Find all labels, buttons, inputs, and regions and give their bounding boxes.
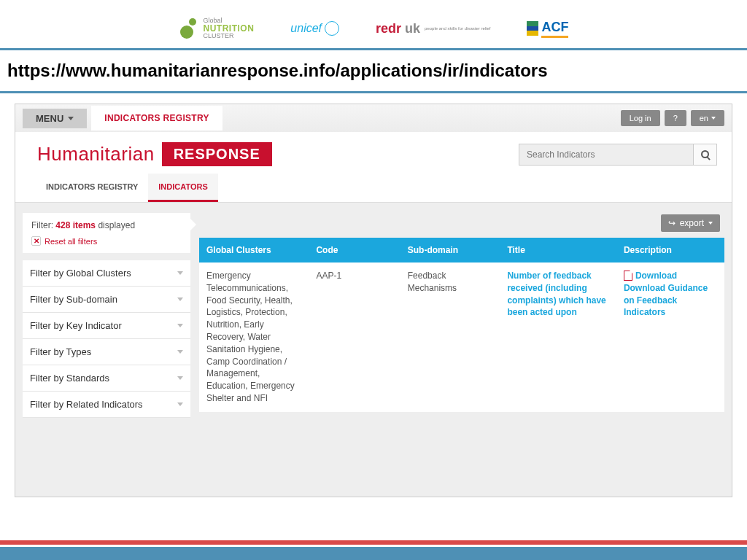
- redr-logo: redr uk people and skills for disaster r…: [376, 22, 490, 35]
- chevron-down-icon: [177, 324, 183, 327]
- filter-standards[interactable]: Filter by Standards: [23, 365, 190, 392]
- col-title[interactable]: Title: [500, 238, 616, 262]
- gnc-logo: Global NUTRITION CLUSTER: [179, 18, 255, 39]
- brand-right: RESPONSE: [162, 142, 272, 166]
- cell-clusters: Emergency Telecommunications, Food Secur…: [199, 262, 309, 412]
- footer-stripes: [0, 540, 747, 560]
- chevron-down-icon: [177, 271, 183, 275]
- reset-label: Reset all filters: [44, 237, 97, 246]
- subtab-indicators[interactable]: INDICATORS: [148, 174, 217, 202]
- gnc-icon: [179, 18, 199, 39]
- table-area: ↪ export Global Clusters Code Sub-domain…: [199, 213, 724, 418]
- filter-types[interactable]: Filter by Types: [23, 339, 190, 365]
- help-button[interactable]: ?: [665, 110, 686, 126]
- filter-label: Filter by Types: [30, 346, 91, 357]
- globe-icon: [325, 21, 339, 36]
- filter-global-clusters[interactable]: Filter by Global Clusters: [23, 260, 190, 287]
- share-icon: ↪: [668, 218, 676, 228]
- content: Filter: 428 items displayed ✕ Reset all …: [15, 203, 732, 418]
- brand-left: Humanitarian: [37, 143, 155, 166]
- language-button[interactable]: en: [691, 110, 724, 126]
- filter-label: Filter by Related Indicators: [30, 399, 143, 410]
- chevron-down-icon: [177, 402, 183, 406]
- filter-label: Filter by Sub-domain: [30, 294, 117, 305]
- filter-label: Filter by Global Clusters: [30, 268, 131, 279]
- unicef-text: unicef: [290, 22, 322, 35]
- export-label: export: [680, 218, 704, 228]
- filter-sub-domain[interactable]: Filter by Sub-domain: [23, 287, 190, 313]
- lang-label: en: [700, 114, 708, 122]
- subtab-registry[interactable]: INDICATORS REGISTRY: [36, 174, 148, 202]
- chevron-down-icon: [177, 298, 183, 301]
- guidance-link[interactable]: Download Guidance on Feedback Indicators: [624, 282, 717, 319]
- filter-summary: Filter: 428 items displayed ✕ Reset all …: [23, 213, 190, 253]
- acf-flag-icon: [527, 21, 538, 36]
- filter-count-line: Filter: 428 items displayed: [31, 220, 182, 230]
- search: [519, 144, 717, 166]
- filter-key-indicator[interactable]: Filter by Key Indicator: [23, 313, 190, 339]
- filter-label: Filter by Key Indicator: [30, 320, 122, 331]
- filter-panel: Filter: 428 items displayed ✕ Reset all …: [23, 213, 190, 418]
- chevron-down-icon: [177, 376, 183, 380]
- caret-down-icon: [708, 222, 713, 225]
- partner-logos: Global NUTRITION CLUSTER unicef redr uk …: [0, 0, 747, 48]
- results-table: Global Clusters Code Sub-domain Title De…: [199, 238, 724, 413]
- search-button[interactable]: [694, 144, 717, 166]
- close-icon: ✕: [31, 236, 41, 246]
- cell-code: AAP-1: [309, 262, 400, 412]
- filter-label: Filter by Standards: [30, 373, 109, 384]
- caret-down-icon: [711, 117, 716, 120]
- gnc-line3: CLUSTER: [204, 33, 255, 39]
- cell-title-link[interactable]: Number of feedback received (including c…: [500, 262, 616, 412]
- help-label: ?: [673, 114, 678, 122]
- col-description[interactable]: Description: [616, 238, 724, 262]
- export-button[interactable]: ↪ export: [661, 214, 720, 232]
- col-code[interactable]: Code: [309, 238, 400, 262]
- table-row: Emergency Telecommunications, Food Secur…: [199, 262, 724, 412]
- filter-count: 428 items: [55, 220, 96, 230]
- app-frame: MENU INDICATORS REGISTRY Log in ? en Hum…: [15, 104, 732, 497]
- cell-subdomain: Feedback Mechanisms: [400, 262, 500, 412]
- col-global-clusters[interactable]: Global Clusters: [199, 238, 309, 262]
- url-bar: https://www.humanitarianresponse.info/ap…: [0, 48, 747, 93]
- menu-label: MENU: [36, 113, 63, 124]
- search-icon: [701, 150, 709, 158]
- tab-indicators-registry[interactable]: INDICATORS REGISTRY: [91, 106, 222, 131]
- caret-down-icon: [68, 117, 74, 120]
- acf-logo: ACF: [527, 20, 568, 38]
- search-input[interactable]: [519, 144, 694, 166]
- chevron-down-icon: [177, 350, 183, 354]
- redr-red: redr: [376, 21, 401, 36]
- brand: Humanitarian RESPONSE: [37, 142, 272, 166]
- redr-uk: uk: [401, 21, 420, 36]
- col-sub-domain[interactable]: Sub-domain: [400, 238, 500, 262]
- cell-description: Download Download Guidance on Feedback I…: [616, 262, 724, 412]
- pdf-icon: [624, 271, 632, 281]
- filter-related-indicators[interactable]: Filter by Related Indicators: [23, 392, 190, 418]
- brand-row: Humanitarian RESPONSE: [15, 132, 732, 174]
- url-text: https://www.humanitarianresponse.info/ap…: [7, 61, 740, 81]
- filter-suffix: displayed: [96, 220, 135, 230]
- unicef-logo: unicef: [290, 21, 339, 36]
- reset-filters[interactable]: ✕ Reset all filters: [31, 236, 182, 246]
- menu-button[interactable]: MENU: [23, 109, 87, 128]
- download-link[interactable]: Download: [635, 270, 677, 282]
- acf-text: ACF: [541, 20, 568, 38]
- filter-prefix: Filter:: [31, 220, 55, 230]
- topbar: MENU INDICATORS REGISTRY Log in ? en: [15, 104, 732, 132]
- subtabs: INDICATORS REGISTRY INDICATORS: [15, 174, 732, 203]
- login-button[interactable]: Log in: [621, 110, 660, 126]
- login-label: Log in: [630, 114, 651, 122]
- redr-sub: people and skills for disaster relief: [425, 26, 490, 31]
- filter-groups: Filter by Global Clusters Filter by Sub-…: [23, 260, 190, 418]
